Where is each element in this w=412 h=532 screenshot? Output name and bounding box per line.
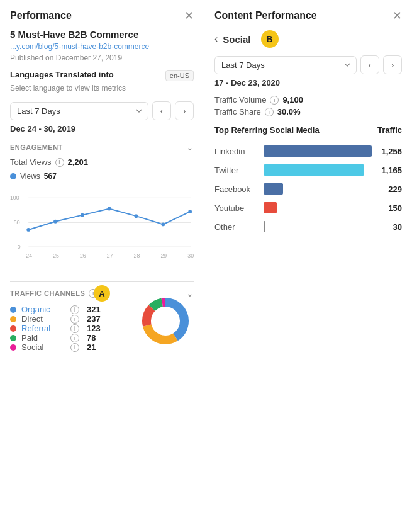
direct-label: Direct xyxy=(21,314,65,324)
twitter-bar-container xyxy=(264,164,372,176)
social-nav-label: Social xyxy=(223,34,250,45)
other-name: Other xyxy=(214,222,259,232)
left-close-button[interactable]: ✕ xyxy=(184,10,194,21)
linkedin-value: 1,256 xyxy=(377,147,402,156)
organic-info-icon: i xyxy=(70,305,79,314)
right-panel-title: Content Performance xyxy=(214,10,317,21)
traffic-badge-a: A xyxy=(94,285,110,302)
traffic-volume-info-icon: i xyxy=(270,96,279,105)
paid-info-icon: i xyxy=(70,334,79,342)
languages-section: Languages Translated into en-US xyxy=(10,70,194,81)
facebook-bar xyxy=(264,183,283,195)
svg-point-7 xyxy=(53,220,57,224)
social-label: Social xyxy=(21,342,65,352)
flag-badge: en-US xyxy=(165,70,194,81)
twitter-bar xyxy=(264,164,364,176)
total-views-info-icon: i xyxy=(55,158,64,167)
svg-text:29: 29 xyxy=(160,252,167,259)
paid-value: 78 xyxy=(87,333,96,342)
right-date-range: 17 - Dec 23, 2020 xyxy=(214,78,402,88)
left-date-next-button[interactable]: › xyxy=(175,101,194,120)
svg-text:0: 0 xyxy=(18,244,21,250)
languages-sublabel: Select language to view its metrics xyxy=(10,84,194,93)
youtube-value: 150 xyxy=(377,203,402,213)
article-title: 5 Must-Have B2B Commerce xyxy=(10,29,194,40)
svg-text:27: 27 xyxy=(107,252,113,259)
social-info-icon: i xyxy=(70,343,79,352)
languages-label: Languages Translated into xyxy=(10,70,114,79)
social-table-header: Top Referring Social Media Traffic xyxy=(214,125,402,139)
left-date-prev-button[interactable]: ‹ xyxy=(152,101,171,120)
left-date-select[interactable]: Last 7 Days Last 14 Days Last 30 Days xyxy=(10,102,148,120)
left-panel: Performance ✕ 5 Must-Have B2B Commerce .… xyxy=(0,0,204,532)
right-date-next-button[interactable]: › xyxy=(383,55,402,74)
youtube-bar xyxy=(264,202,277,213)
svg-text:25: 25 xyxy=(53,252,59,259)
social-row-youtube: Youtube 150 xyxy=(214,202,402,213)
paid-dot xyxy=(10,335,16,341)
total-views-value: 2,201 xyxy=(68,157,89,167)
traffic-volume-value: 9,100 xyxy=(282,95,303,105)
views-dot xyxy=(10,173,16,179)
other-bar xyxy=(264,221,265,232)
right-close-button[interactable]: ✕ xyxy=(393,10,402,21)
youtube-name: Youtube xyxy=(214,203,259,213)
facebook-bar-container xyxy=(264,183,372,195)
article-date: Published on December 27, 2019 xyxy=(10,54,194,62)
traffic-volume-row: Traffic Volume i 9,100 xyxy=(214,95,402,105)
left-panel-title: Performance xyxy=(10,10,72,21)
engagement-label: ENGAGEMENT xyxy=(10,144,63,151)
line-chart: 100 50 0 24 25 26 27 xyxy=(10,184,194,273)
right-date-select[interactable]: Last 7 Days Last 14 Days Last 30 Days xyxy=(214,56,357,74)
traffic-section: TRAFFIC CHANNELS i A ⌄ Organic i 321 xyxy=(10,281,194,352)
traffic-label: TRAFFIC CHANNELS xyxy=(10,290,85,297)
views-legend: Views 567 xyxy=(10,172,194,181)
back-arrow-icon[interactable]: ‹ xyxy=(214,33,218,45)
right-date-selector-row: Last 7 Days Last 14 Days Last 30 Days ‹ … xyxy=(214,55,402,74)
organic-value: 321 xyxy=(87,305,101,314)
other-bar-container xyxy=(264,221,372,232)
other-value: 30 xyxy=(377,222,402,232)
social-dot xyxy=(10,344,16,351)
linkedin-name: Linkedin xyxy=(214,147,259,156)
right-panel: Content Performance ✕ ‹ Social B Last 7 … xyxy=(204,0,412,532)
left-panel-header: Performance ✕ xyxy=(10,10,194,21)
svg-point-6 xyxy=(26,228,30,232)
svg-text:28: 28 xyxy=(134,252,140,259)
twitter-value: 1,165 xyxy=(377,166,402,175)
social-value: 21 xyxy=(87,342,96,352)
referral-info-icon: i xyxy=(70,324,79,333)
direct-value: 237 xyxy=(87,314,101,324)
svg-text:26: 26 xyxy=(80,252,86,259)
svg-point-9 xyxy=(108,207,111,211)
direct-dot xyxy=(10,316,16,322)
views-label: Views xyxy=(20,172,40,181)
organic-label: Organic xyxy=(21,305,65,314)
traffic-share-info-icon: i xyxy=(265,108,274,116)
right-date-prev-button[interactable]: ‹ xyxy=(360,55,379,74)
engagement-chevron-icon[interactable]: ⌄ xyxy=(186,142,194,152)
traffic-share-label: Traffic Share xyxy=(214,107,261,116)
svg-point-12 xyxy=(188,210,192,213)
left-date-selector-row: Last 7 Days Last 14 Days Last 30 Days ‹ … xyxy=(10,101,194,120)
total-views-row: Total Views i 2,201 xyxy=(10,157,194,167)
traffic-share-row: Traffic Share i 30.0% xyxy=(214,107,402,116)
svg-point-11 xyxy=(161,222,165,226)
direct-info-icon: i xyxy=(70,315,79,324)
svg-point-10 xyxy=(135,214,138,218)
social-table: Top Referring Social Media Traffic Linke… xyxy=(214,125,402,232)
svg-text:50: 50 xyxy=(14,219,20,225)
youtube-bar-container xyxy=(264,202,372,213)
social-row-other: Other 30 xyxy=(214,221,402,232)
traffic-bottom: Organic i 321 Direct i 237 Referral i xyxy=(10,305,194,352)
organic-dot xyxy=(10,307,16,313)
left-date-range: Dec 24 - 30, 2019 xyxy=(10,124,194,133)
linkedin-bar xyxy=(264,145,372,157)
traffic-share-value: 30.0% xyxy=(277,107,301,116)
svg-text:24: 24 xyxy=(26,252,32,259)
social-table-title: Top Referring Social Media xyxy=(214,125,320,135)
line-chart-svg: 100 50 0 24 25 26 27 xyxy=(10,184,194,273)
svg-text:30: 30 xyxy=(187,252,194,259)
social-row-linkedin: Linkedin 1,256 xyxy=(214,145,402,157)
traffic-header-left: TRAFFIC CHANNELS i xyxy=(10,289,97,298)
